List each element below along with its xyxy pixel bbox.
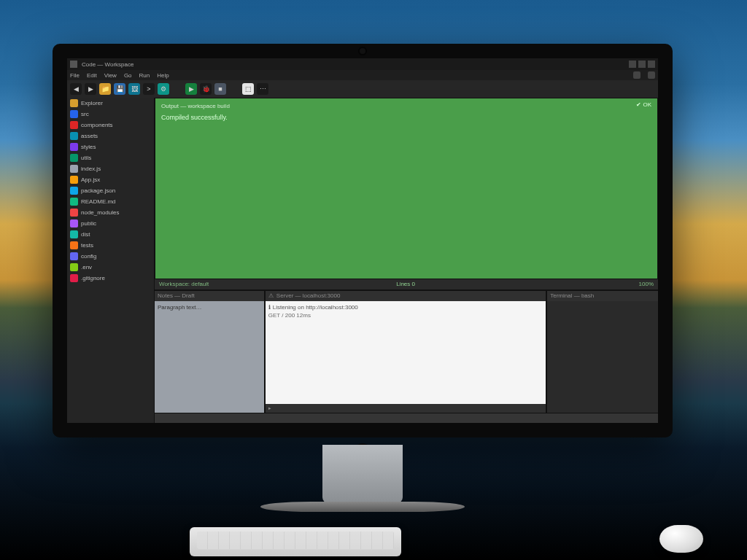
file-icon <box>70 176 78 184</box>
sidebar-item[interactable]: index.js <box>67 163 154 174</box>
sidebar-item-label: package.json <box>81 187 115 194</box>
settings-icon[interactable]: ⚙ <box>158 83 169 95</box>
editor-status-badge: ✔ OK <box>636 101 651 108</box>
editor-panel[interactable]: Output — workspace build Compiled succes… <box>155 98 658 279</box>
menubar: File Edit View Go Run Help <box>67 70 658 80</box>
sidebar-item[interactable]: config <box>67 251 154 262</box>
sidebar: Explorer src components assets styles ut… <box>67 98 155 423</box>
run-icon[interactable]: ▶ <box>185 83 197 95</box>
sidebar-item-label: README.md <box>81 198 116 205</box>
menu-run[interactable]: Run <box>139 72 150 79</box>
folder-icon <box>70 219 78 228</box>
menu-edit[interactable]: Edit <box>87 72 97 79</box>
workspace: Explorer src components assets styles ut… <box>67 98 658 423</box>
sidebar-item[interactable]: public <box>67 218 154 229</box>
panel-server-footer: ▸ <box>266 404 546 413</box>
folder-icon <box>70 110 78 118</box>
sidebar-item[interactable]: App.jsx <box>67 174 154 185</box>
menu-help[interactable]: Help <box>157 72 169 79</box>
terminal-icon[interactable]: > <box>143 83 155 95</box>
save-icon[interactable]: 💾 <box>114 83 125 95</box>
menu-go[interactable]: Go <box>124 72 132 79</box>
more-icon[interactable]: ⋯ <box>257 83 268 95</box>
panel-server: ⚠ Server — localhost:3000 ℹListening on … <box>266 291 547 413</box>
menubar-extra-icon-2[interactable] <box>648 71 655 79</box>
toolbar: ◀ ▶ 📁 💾 🖼 > ⚙ ▶ 🐞 ■ ⬚ ⋯ <box>67 80 658 98</box>
panel-terminal-body[interactable] <box>547 301 658 413</box>
nav-fwd-icon[interactable]: ▶ <box>85 83 96 95</box>
editor-footer-center: Lines 0 <box>396 281 415 287</box>
sidebar-item[interactable]: README.md <box>67 196 154 207</box>
window-title: Code — Workspace <box>82 61 133 68</box>
sidebar-item[interactable]: node_modules <box>67 207 154 218</box>
editor-footer-right: 100% <box>639 281 654 287</box>
folder-icon <box>70 154 78 162</box>
panel-server-body[interactable]: ℹListening on http://localhost:3000 GET … <box>266 301 546 405</box>
maximize-button[interactable] <box>638 61 646 68</box>
sidebar-item[interactable]: tests <box>67 240 154 251</box>
sidebar-item-label: Explorer <box>81 100 103 106</box>
close-button[interactable] <box>648 61 655 68</box>
minimize-button[interactable] <box>629 61 636 68</box>
titlebar[interactable]: Code — Workspace <box>67 58 658 70</box>
sidebar-item-label: .gitignore <box>81 275 105 281</box>
sidebar-item[interactable]: .env <box>67 262 154 273</box>
sidebar-item[interactable]: utils <box>67 152 154 163</box>
camera-icon <box>360 48 365 54</box>
folder-icon <box>70 241 78 249</box>
sidebar-item[interactable]: .gitignore <box>67 273 154 284</box>
sidebar-item-label: utils <box>81 155 91 161</box>
monitor-stand <box>322 445 403 503</box>
ext-icon[interactable]: ⬚ <box>242 83 254 95</box>
editor-header: Output — workspace build <box>161 103 651 109</box>
sidebar-item[interactable]: assets <box>67 131 154 141</box>
sidebar-item-label: config <box>81 253 96 260</box>
image-icon[interactable]: 🖼 <box>128 83 140 95</box>
sidebar-item[interactable]: src <box>67 109 154 120</box>
sidebar-item[interactable]: styles <box>67 141 154 152</box>
panel-server-line1: Listening on http://localhost:3000 <box>273 304 358 311</box>
keyboard <box>190 527 401 556</box>
file-icon <box>70 165 78 173</box>
stop-icon[interactable]: ■ <box>214 83 226 95</box>
panel-terminal: Terminal — bash <box>547 291 658 413</box>
open-folder-icon[interactable]: 📁 <box>99 83 111 95</box>
file-icon <box>70 263 78 271</box>
file-icon <box>70 274 78 282</box>
sidebar-item[interactable]: Explorer <box>67 98 154 109</box>
panel-terminal-title[interactable]: Terminal — bash <box>547 291 658 301</box>
debug-icon[interactable]: 🐞 <box>200 83 212 95</box>
menubar-extra-icon[interactable] <box>633 71 640 79</box>
sidebar-item-label: tests <box>81 242 93 249</box>
sidebar-item-label: .env <box>81 264 92 271</box>
folder-icon <box>70 252 78 260</box>
folder-icon <box>70 132 78 140</box>
app-icon <box>70 61 77 68</box>
window-buttons <box>629 61 655 68</box>
sidebar-item-label: node_modules <box>81 209 119 216</box>
menu-view[interactable]: View <box>104 72 117 79</box>
nav-back-icon[interactable]: ◀ <box>70 83 82 95</box>
mouse <box>659 525 703 553</box>
panel-server-footer-icon[interactable]: ▸ <box>268 405 271 411</box>
panel-notes-title[interactable]: Notes — Draft <box>155 291 264 301</box>
editor-footer-left: Workspace: default <box>159 281 209 287</box>
folder-icon <box>70 209 78 217</box>
folder-icon <box>70 99 78 107</box>
sidebar-item[interactable]: components <box>67 120 154 131</box>
editor-body: Compiled successfully. <box>161 114 651 121</box>
menu-file[interactable]: File <box>70 72 80 79</box>
monitor-foot <box>260 502 465 512</box>
sidebar-item-label: styles <box>81 144 96 150</box>
panel-notes-line: Paragraph text… <box>158 304 261 311</box>
sidebar-item-label: components <box>81 122 113 128</box>
sidebar-item[interactable]: dist <box>67 229 154 240</box>
sidebar-item-label: public <box>81 220 96 227</box>
sidebar-item-label: assets <box>81 133 98 139</box>
panel-server-title[interactable]: ⚠ Server — localhost:3000 <box>266 291 546 301</box>
panel-notes-body[interactable]: Paragraph text… <box>155 301 264 413</box>
warning-icon: ⚠ <box>268 292 274 299</box>
file-icon <box>70 198 78 206</box>
monitor-bezel: Code — Workspace File Edit View Go Run H… <box>53 44 673 438</box>
sidebar-item[interactable]: package.json <box>67 185 154 196</box>
